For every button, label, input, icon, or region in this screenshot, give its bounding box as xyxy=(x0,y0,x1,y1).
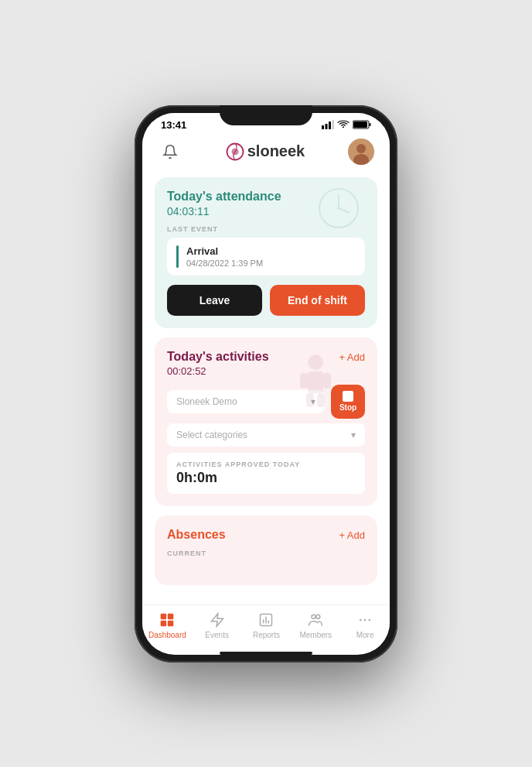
svg-rect-21 xyxy=(317,393,325,407)
svg-rect-18 xyxy=(300,373,308,389)
svg-rect-19 xyxy=(323,373,331,389)
app-header: sloneek xyxy=(142,134,390,171)
event-bar xyxy=(176,245,179,268)
nav-reports-label: Reports xyxy=(253,631,280,639)
project-select-value: Sloneek Demo xyxy=(176,396,237,407)
current-label: CURRENT xyxy=(167,550,365,557)
nav-members-label: Members xyxy=(299,631,332,639)
notch xyxy=(220,105,312,125)
svg-line-14 xyxy=(339,208,350,213)
svg-rect-6 xyxy=(353,122,367,128)
svg-marker-26 xyxy=(211,613,223,626)
wifi-icon xyxy=(337,120,350,129)
battery-icon xyxy=(353,120,371,129)
activities-card: Today's activities 00:02:52 + Add Slonee… xyxy=(155,337,377,506)
svg-point-32 xyxy=(316,615,320,618)
svg-rect-25 xyxy=(168,620,174,626)
absences-card: Absences + Add CURRENT xyxy=(155,515,377,585)
svg-rect-24 xyxy=(161,620,167,626)
svg-point-33 xyxy=(360,618,362,621)
absences-content-spacer xyxy=(167,557,365,573)
svg-point-31 xyxy=(312,615,315,618)
absences-title: Absences xyxy=(167,528,226,542)
phone-frame: 13:41 xyxy=(135,105,397,663)
svg-rect-1 xyxy=(326,124,328,129)
app-logo: sloneek xyxy=(226,142,305,161)
signal-icon xyxy=(322,120,334,129)
activities-timer: 00:02:52 xyxy=(167,365,269,377)
svg-point-10 xyxy=(356,144,366,153)
category-select-arrow: ▾ xyxy=(351,430,356,440)
attendance-card: Today's attendance 04:03:11 LAST EVENT A… xyxy=(155,177,377,328)
stop-label: Stop xyxy=(339,403,356,412)
nav-reports[interactable]: Reports xyxy=(247,611,285,639)
activities-title: Today's activities xyxy=(167,350,269,364)
members-icon xyxy=(307,611,324,628)
svg-point-16 xyxy=(308,354,323,370)
nav-events[interactable]: Events xyxy=(199,611,236,639)
stop-icon xyxy=(343,391,353,402)
user-avatar[interactable] xyxy=(348,139,374,165)
events-icon xyxy=(209,611,226,628)
phone-screen: 13:41 xyxy=(142,113,390,655)
main-content: Today's attendance 04:03:11 LAST EVENT A… xyxy=(142,171,390,604)
activities-deco xyxy=(292,353,339,407)
bell-icon xyxy=(162,144,178,159)
reports-icon xyxy=(257,611,275,628)
status-time: 13:41 xyxy=(161,119,186,131)
more-icon xyxy=(356,611,373,628)
leave-button[interactable]: Leave xyxy=(167,285,262,316)
nav-more[interactable]: More xyxy=(346,611,384,639)
event-date: 04/28/2022 1:39 PM xyxy=(186,259,263,268)
svg-rect-3 xyxy=(332,120,335,129)
event-title: Arrival xyxy=(186,245,263,257)
svg-rect-2 xyxy=(329,122,331,129)
activities-title-group: Today's activities 00:02:52 xyxy=(167,350,269,377)
nav-more-label: More xyxy=(356,631,374,639)
absences-add-button[interactable]: + Add xyxy=(339,529,365,541)
attendance-buttons: Leave End of shift xyxy=(167,285,365,316)
status-icons xyxy=(322,120,371,129)
svg-rect-20 xyxy=(306,393,314,407)
logo-text: sloneek xyxy=(247,142,305,160)
activities-add-button[interactable]: + Add xyxy=(339,351,365,363)
bottom-nav: Dashboard Events xyxy=(142,604,390,649)
svg-rect-23 xyxy=(168,613,174,619)
last-event-box: Arrival 04/28/2022 1:39 PM xyxy=(167,238,365,276)
end-shift-button[interactable]: End of shift xyxy=(270,285,365,316)
svg-rect-17 xyxy=(308,372,323,393)
category-select[interactable]: Select categories ▾ xyxy=(167,423,365,447)
svg-rect-5 xyxy=(370,123,371,126)
bell-button[interactable] xyxy=(158,139,182,164)
svg-rect-0 xyxy=(322,125,324,129)
event-info: Arrival 04/28/2022 1:39 PM xyxy=(186,245,263,268)
nav-members[interactable]: Members xyxy=(297,611,334,639)
nav-events-label: Events xyxy=(205,631,229,639)
approved-label: ACTIVITIES APPROVED TODAY xyxy=(176,461,356,468)
svg-point-35 xyxy=(369,618,371,621)
nav-dashboard-label: Dashboard xyxy=(148,631,186,639)
svg-rect-22 xyxy=(161,613,167,619)
absences-header: Absences + Add xyxy=(167,528,365,542)
approved-box: ACTIVITIES APPROVED TODAY 0h:0m xyxy=(167,453,365,494)
approved-value: 0h:0m xyxy=(176,470,356,486)
svg-point-34 xyxy=(364,618,367,621)
nav-dashboard[interactable]: Dashboard xyxy=(148,611,186,639)
dashboard-icon xyxy=(159,611,176,628)
sloneek-logo-icon xyxy=(226,142,244,161)
home-indicator xyxy=(220,652,312,655)
avatar-image xyxy=(348,139,374,165)
clock-deco xyxy=(308,185,370,231)
svg-point-15 xyxy=(337,207,340,210)
category-select-value: Select categories xyxy=(176,430,247,440)
